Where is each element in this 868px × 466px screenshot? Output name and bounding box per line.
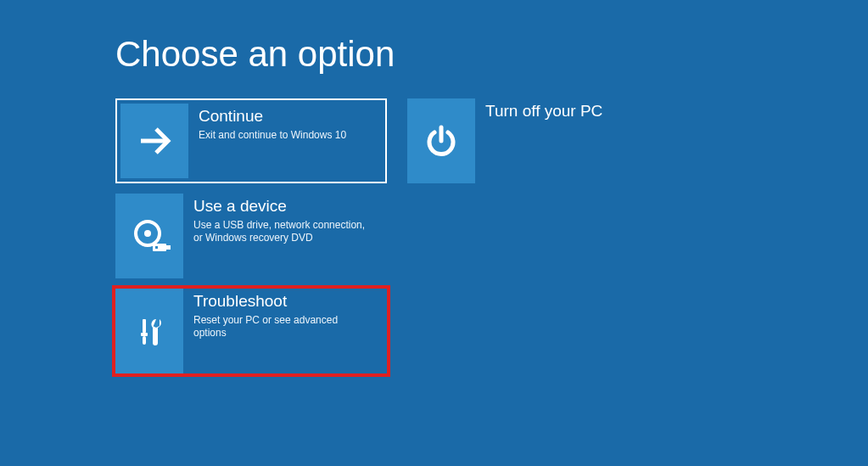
tools-icon (115, 289, 183, 373)
option-turn-off[interactable]: Turn off your PC (407, 98, 679, 183)
svg-rect-9 (143, 336, 146, 345)
svg-point-3 (144, 230, 151, 237)
empty-cell (407, 194, 679, 278)
option-turn-off-title: Turn off your PC (485, 102, 602, 121)
option-use-device-text: Use a device Use a USB drive, network co… (183, 194, 380, 278)
option-troubleshoot-title: Troubleshoot (193, 292, 372, 312)
option-use-device-title: Use a device (193, 197, 372, 216)
option-troubleshoot-desc: Reset your PC or see advanced options (193, 314, 372, 340)
option-turn-off-text: Turn off your PC (475, 98, 611, 183)
svg-rect-5 (166, 245, 171, 250)
svg-rect-8 (141, 333, 148, 336)
option-troubleshoot[interactable]: Troubleshoot Reset your PC or see advanc… (115, 289, 387, 373)
option-continue[interactable]: Continue Exit and continue to Windows 10 (115, 98, 387, 183)
options-grid: Continue Exit and continue to Windows 10… (115, 98, 868, 373)
option-continue-text: Continue Exit and continue to Windows 10 (188, 104, 355, 178)
svg-rect-6 (155, 246, 158, 249)
option-use-device[interactable]: Use a device Use a USB drive, network co… (115, 194, 387, 278)
recovery-environment-screen: Choose an option Continue Exit and conti… (0, 0, 868, 373)
arrow-right-icon (120, 104, 188, 178)
option-continue-title: Continue (199, 107, 346, 126)
svg-rect-7 (143, 319, 146, 333)
option-troubleshoot-text: Troubleshoot Reset your PC or see advanc… (183, 289, 380, 373)
option-continue-desc: Exit and continue to Windows 10 (199, 129, 346, 143)
option-use-device-desc: Use a USB drive, network connection, or … (193, 219, 372, 245)
power-icon (407, 98, 475, 183)
device-disc-usb-icon (115, 194, 183, 278)
svg-rect-4 (153, 244, 166, 251)
page-title: Choose an option (115, 34, 868, 75)
